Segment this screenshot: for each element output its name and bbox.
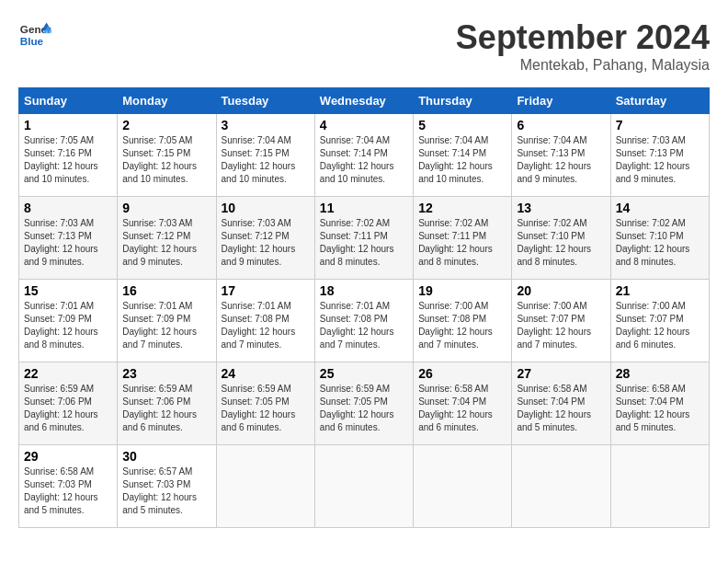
table-row: 22Sunrise: 6:59 AMSunset: 7:06 PMDayligh… <box>19 362 118 445</box>
day-info: Sunrise: 6:59 AMSunset: 7:05 PMDaylight:… <box>320 383 408 434</box>
calendar-week-3: 15Sunrise: 7:01 AMSunset: 7:09 PMDayligh… <box>19 280 710 362</box>
title-block: September 2024 Mentekab, Pahang, Malaysi… <box>456 18 710 74</box>
day-info: Sunrise: 7:04 AMSunset: 7:14 PMDaylight:… <box>320 134 408 186</box>
day-info: Sunrise: 6:58 AMSunset: 7:04 PMDaylight:… <box>418 383 506 434</box>
calendar-table: SundayMondayTuesdayWednesdayThursdayFrid… <box>18 87 710 528</box>
table-row <box>512 445 610 528</box>
calendar-week-2: 8Sunrise: 7:03 AMSunset: 7:13 PMDaylight… <box>19 197 710 280</box>
table-row: 18Sunrise: 7:01 AMSunset: 7:08 PMDayligh… <box>314 280 413 362</box>
table-row: 12Sunrise: 7:02 AMSunset: 7:11 PMDayligh… <box>414 197 512 280</box>
day-info: Sunrise: 7:05 AMSunset: 7:16 PMDaylight:… <box>24 134 112 186</box>
day-info: Sunrise: 7:00 AMSunset: 7:07 PMDaylight:… <box>517 300 605 351</box>
day-info: Sunrise: 6:58 AMSunset: 7:04 PMDaylight:… <box>517 383 605 434</box>
day-number: 12 <box>418 201 506 215</box>
day-number: 25 <box>320 366 408 381</box>
day-info: Sunrise: 7:02 AMSunset: 7:11 PMDaylight:… <box>320 217 408 269</box>
day-info: Sunrise: 6:58 AMSunset: 7:03 PMDaylight:… <box>24 465 112 517</box>
day-number: 14 <box>616 201 704 215</box>
day-info: Sunrise: 7:00 AMSunset: 7:08 PMDaylight:… <box>418 300 506 351</box>
table-row: 21Sunrise: 7:00 AMSunset: 7:07 PMDayligh… <box>610 280 709 362</box>
table-row: 11Sunrise: 7:02 AMSunset: 7:11 PMDayligh… <box>314 197 413 280</box>
day-info: Sunrise: 7:05 AMSunset: 7:15 PMDaylight:… <box>122 134 210 186</box>
col-header-friday: Friday <box>512 88 610 114</box>
day-number: 22 <box>24 366 112 381</box>
table-row: 16Sunrise: 7:01 AMSunset: 7:09 PMDayligh… <box>118 280 216 362</box>
location: Mentekab, Pahang, Malaysia <box>456 57 710 74</box>
day-number: 23 <box>122 366 210 381</box>
calendar-week-5: 29Sunrise: 6:58 AMSunset: 7:03 PMDayligh… <box>19 445 710 528</box>
day-info: Sunrise: 7:02 AMSunset: 7:11 PMDaylight:… <box>418 217 506 269</box>
day-info: Sunrise: 7:04 AMSunset: 7:15 PMDaylight:… <box>222 134 310 186</box>
table-row: 7Sunrise: 7:03 AMSunset: 7:13 PMDaylight… <box>610 114 709 197</box>
day-info: Sunrise: 7:03 AMSunset: 7:12 PMDaylight:… <box>222 217 310 269</box>
table-row: 29Sunrise: 6:58 AMSunset: 7:03 PMDayligh… <box>19 445 118 528</box>
day-number: 27 <box>517 366 605 381</box>
table-row: 26Sunrise: 6:58 AMSunset: 7:04 PMDayligh… <box>414 362 512 445</box>
day-info: Sunrise: 7:01 AMSunset: 7:08 PMDaylight:… <box>320 300 408 351</box>
table-row: 24Sunrise: 6:59 AMSunset: 7:05 PMDayligh… <box>216 362 314 445</box>
day-info: Sunrise: 7:03 AMSunset: 7:13 PMDaylight:… <box>616 134 704 186</box>
day-info: Sunrise: 7:00 AMSunset: 7:07 PMDaylight:… <box>616 300 704 351</box>
day-info: Sunrise: 7:01 AMSunset: 7:08 PMDaylight:… <box>222 300 310 351</box>
table-row: 25Sunrise: 6:59 AMSunset: 7:05 PMDayligh… <box>314 362 413 445</box>
day-number: 24 <box>222 366 310 381</box>
table-row: 13Sunrise: 7:02 AMSunset: 7:10 PMDayligh… <box>512 197 610 280</box>
table-row <box>414 445 512 528</box>
table-row: 4Sunrise: 7:04 AMSunset: 7:14 PMDaylight… <box>314 114 413 197</box>
day-info: Sunrise: 7:04 AMSunset: 7:13 PMDaylight:… <box>517 134 605 186</box>
table-row: 8Sunrise: 7:03 AMSunset: 7:13 PMDaylight… <box>19 197 118 280</box>
day-number: 11 <box>320 201 408 215</box>
col-header-saturday: Saturday <box>610 88 709 114</box>
day-info: Sunrise: 7:03 AMSunset: 7:12 PMDaylight:… <box>122 217 210 269</box>
day-info: Sunrise: 7:03 AMSunset: 7:13 PMDaylight:… <box>24 217 112 269</box>
table-row: 20Sunrise: 7:00 AMSunset: 7:07 PMDayligh… <box>512 280 610 362</box>
day-number: 8 <box>24 201 112 215</box>
day-number: 21 <box>616 283 704 298</box>
day-info: Sunrise: 7:04 AMSunset: 7:14 PMDaylight:… <box>418 134 506 186</box>
col-header-thursday: Thursday <box>414 88 512 114</box>
day-number: 18 <box>320 283 408 298</box>
day-number: 3 <box>222 118 310 132</box>
calendar-header-row: SundayMondayTuesdayWednesdayThursdayFrid… <box>19 88 710 114</box>
day-number: 10 <box>222 201 310 215</box>
day-number: 16 <box>122 283 210 298</box>
calendar-week-1: 1Sunrise: 7:05 AMSunset: 7:16 PMDaylight… <box>19 114 710 197</box>
table-row: 19Sunrise: 7:00 AMSunset: 7:08 PMDayligh… <box>414 280 512 362</box>
table-row: 9Sunrise: 7:03 AMSunset: 7:12 PMDaylight… <box>118 197 216 280</box>
table-row: 2Sunrise: 7:05 AMSunset: 7:15 PMDaylight… <box>118 114 216 197</box>
day-number: 13 <box>517 201 605 215</box>
page-header: General Blue September 2024 Mentekab, Pa… <box>18 18 710 74</box>
table-row <box>610 445 709 528</box>
col-header-tuesday: Tuesday <box>216 88 314 114</box>
table-row: 30Sunrise: 6:57 AMSunset: 7:03 PMDayligh… <box>118 445 216 528</box>
table-row: 10Sunrise: 7:03 AMSunset: 7:12 PMDayligh… <box>216 197 314 280</box>
calendar-week-4: 22Sunrise: 6:59 AMSunset: 7:06 PMDayligh… <box>19 362 710 445</box>
day-number: 2 <box>122 118 210 132</box>
day-number: 28 <box>616 366 704 381</box>
day-number: 30 <box>122 449 210 464</box>
table-row: 14Sunrise: 7:02 AMSunset: 7:10 PMDayligh… <box>610 197 709 280</box>
day-number: 19 <box>418 283 506 298</box>
day-number: 26 <box>418 366 506 381</box>
table-row: 28Sunrise: 6:58 AMSunset: 7:04 PMDayligh… <box>610 362 709 445</box>
col-header-wednesday: Wednesday <box>314 88 413 114</box>
table-row: 1Sunrise: 7:05 AMSunset: 7:16 PMDaylight… <box>19 114 118 197</box>
day-info: Sunrise: 7:01 AMSunset: 7:09 PMDaylight:… <box>122 300 210 351</box>
day-info: Sunrise: 6:59 AMSunset: 7:05 PMDaylight:… <box>222 383 310 434</box>
table-row: 15Sunrise: 7:01 AMSunset: 7:09 PMDayligh… <box>19 280 118 362</box>
day-info: Sunrise: 6:57 AMSunset: 7:03 PMDaylight:… <box>122 465 210 517</box>
day-number: 4 <box>320 118 408 132</box>
table-row <box>216 445 314 528</box>
day-number: 15 <box>24 283 112 298</box>
col-header-monday: Monday <box>118 88 216 114</box>
day-number: 29 <box>24 449 112 464</box>
table-row: 3Sunrise: 7:04 AMSunset: 7:15 PMDaylight… <box>216 114 314 197</box>
month-title: September 2024 <box>456 18 710 57</box>
day-number: 5 <box>418 118 506 132</box>
day-number: 20 <box>517 283 605 298</box>
table-row: 6Sunrise: 7:04 AMSunset: 7:13 PMDaylight… <box>512 114 610 197</box>
col-header-sunday: Sunday <box>19 88 118 114</box>
day-number: 17 <box>222 283 310 298</box>
day-number: 7 <box>616 118 704 132</box>
day-info: Sunrise: 6:58 AMSunset: 7:04 PMDaylight:… <box>616 383 704 434</box>
